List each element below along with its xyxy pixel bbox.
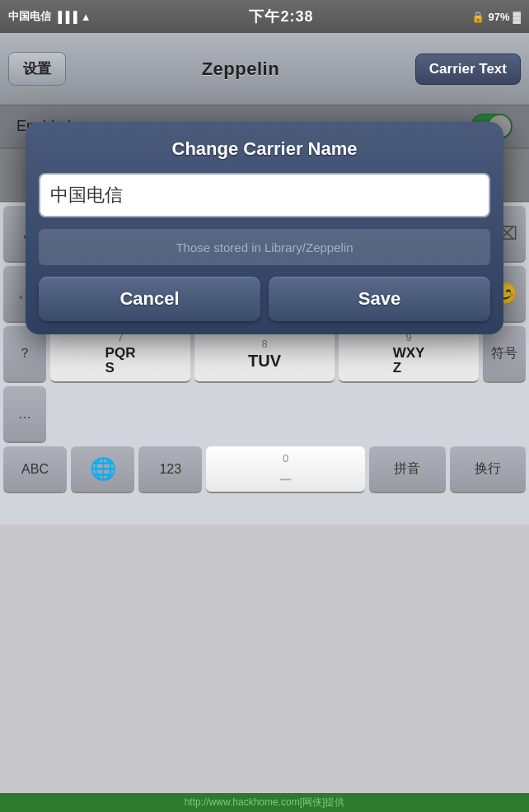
keyboard-row-4: … [3, 386, 526, 442]
watermark: http://www.hackhome.com[网侠]提供 [0, 793, 529, 812]
keyboard-bottom-row: ABC 🌐 123 0 ⎽ 拼音 换行 [3, 446, 526, 492]
status-right: 🔒 97% ▓ [471, 11, 521, 23]
key-empty-side [483, 386, 526, 442]
key-ellipsis[interactable]: … [3, 386, 46, 442]
nav-bar: 设置 Zeppelin Carrier Text [0, 33, 529, 105]
nav-title: Zeppelin [202, 58, 279, 80]
lock-icon: 🔒 [471, 11, 485, 23]
key-9-wxyz[interactable]: 9 WXYZ [339, 326, 479, 382]
key-abc-switch[interactable]: ABC [3, 446, 67, 492]
key-7-pqrs[interactable]: 7 PQRS [50, 326, 190, 382]
cancel-button[interactable]: Cancel [39, 277, 260, 321]
main-content-area: Enabled Visit My Website Change Carrier … [0, 105, 529, 202]
key-empty-left [50, 386, 190, 442]
signal-icon: ▐▐▐ [54, 11, 77, 23]
key-question[interactable]: ？ [3, 326, 46, 382]
key-funum[interactable]: 符号 [483, 326, 526, 382]
key-123[interactable]: 123 [138, 446, 202, 492]
key-empty-right [339, 386, 479, 442]
dialog-hint-text: Those stored in Library/Zeppelin [39, 229, 490, 265]
keyboard-row-3: ？ 7 PQRS 8 TUV 9 WXYZ 符号 [3, 326, 526, 382]
key-8-tuv[interactable]: 8 TUV [194, 326, 335, 382]
carrier-text-button[interactable]: Carrier Text [415, 54, 521, 85]
status-bar: 中国电信 ▐▐▐ ▲ 下午2:38 🔒 97% ▓ [0, 0, 529, 33]
key-space[interactable]: 0 ⎽ [206, 446, 365, 492]
battery-percent: 97% [488, 11, 509, 23]
carrier-label: 中国电信 [8, 9, 51, 24]
save-button[interactable]: Save [269, 277, 490, 321]
change-carrier-dialog: Change Carrier Name Those stored in Libr… [26, 122, 503, 334]
dialog-buttons: Cancel Save [39, 277, 490, 321]
space-underscore: ⎽ [280, 464, 291, 486]
dialog-overlay: Change Carrier Name Those stored in Libr… [0, 105, 529, 202]
key-empty-mid [194, 386, 335, 442]
carrier-name-input[interactable] [39, 173, 490, 217]
battery-icon: ▓ [513, 11, 521, 23]
key-globe[interactable]: 🌐 [71, 446, 134, 492]
status-time: 下午2:38 [249, 7, 313, 26]
key-enter[interactable]: 换行 [450, 446, 527, 492]
wifi-icon: ▲ [81, 11, 91, 23]
dialog-title: Change Carrier Name [39, 138, 490, 160]
status-left: 中国电信 ▐▐▐ ▲ [8, 9, 91, 24]
back-button[interactable]: 设置 [8, 52, 66, 86]
key-pinyin[interactable]: 拼音 [369, 446, 446, 492]
